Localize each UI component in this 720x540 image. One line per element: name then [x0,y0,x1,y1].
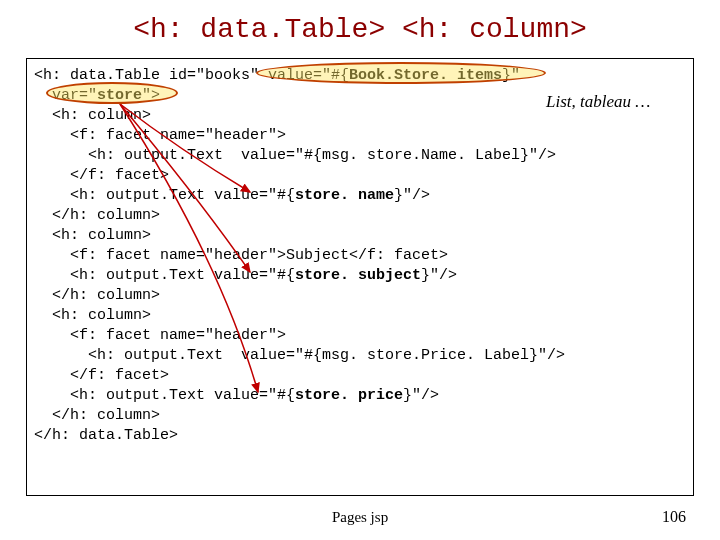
highlight-ellipse-value [256,62,546,84]
annotation-list-tableau: List, tableau … [546,92,650,112]
code-block: <h: data.Table id="books" value="#{Book.… [34,66,565,446]
highlight-ellipse-var [46,82,178,104]
page-number: 106 [662,508,686,526]
page-title: <h: data.Table> <h: column> [0,14,720,45]
footer-center: Pages jsp [0,509,720,526]
